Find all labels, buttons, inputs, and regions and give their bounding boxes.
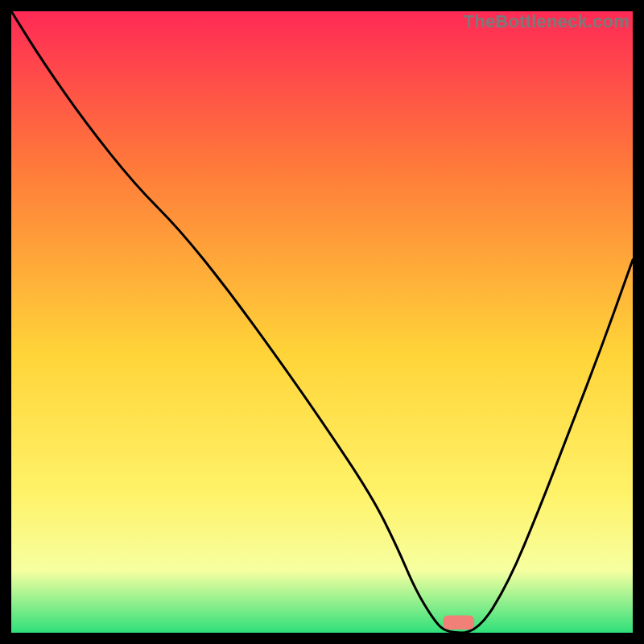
- optimum-marker: [444, 616, 475, 630]
- outer-frame: TheBottleneck.com: [0, 0, 644, 644]
- gradient-background: [11, 11, 633, 633]
- chart-svg: [11, 11, 633, 633]
- plot-area: TheBottleneck.com: [11, 11, 633, 633]
